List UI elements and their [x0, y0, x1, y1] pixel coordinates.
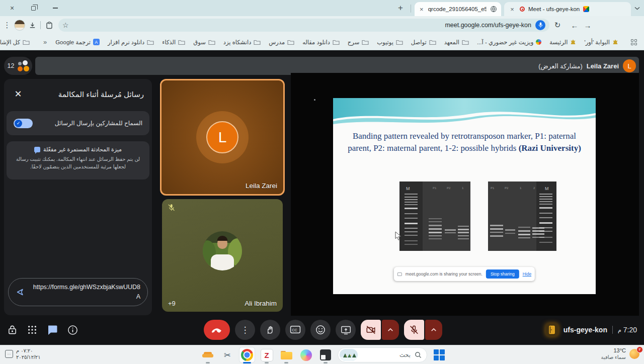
browser-menu-kebab-icon[interactable]: ⋮	[2, 19, 12, 31]
taskbar-app-lounge[interactable]	[200, 347, 215, 362]
bookmark-item[interactable]: سرح	[344, 37, 372, 47]
host-controls-lock-icon[interactable]	[7, 324, 18, 335]
chat-close-button[interactable]: ✕	[12, 88, 24, 100]
mic-control-group	[404, 320, 442, 340]
more-participants-badge: +9	[168, 300, 176, 307]
screen-sharing-bar: meet.google.com is sharing your screen. …	[394, 267, 535, 281]
bookmark-item[interactable]: دانشكاه يزد	[220, 37, 265, 47]
video-tile-ali[interactable]: +9 Ali Ibrahim	[162, 199, 283, 312]
bookmark-item[interactable]: الذكاء	[158, 37, 189, 47]
hide-link[interactable]: Hide	[523, 271, 531, 277]
bookmark-star-icon[interactable]: ☆	[62, 21, 69, 29]
chat-toggle-icon[interactable]	[47, 324, 58, 335]
participants-count-pill[interactable]: 12	[4, 57, 32, 75]
profile-avatar[interactable]	[13, 19, 26, 31]
send-icon[interactable]	[16, 288, 25, 297]
window-restore-button[interactable]	[23, 0, 43, 16]
tab-meet-active[interactable]: × Meet - ufs-geye-kon	[504, 2, 631, 16]
folder-icon	[396, 39, 403, 45]
taskbar-app-snipping-tool[interactable]: ✂	[220, 347, 235, 362]
address-bar[interactable]: ☆ meet.google.com/ufs-geye-kon	[58, 19, 549, 32]
all-bookmarks-button[interactable]: كل الإشارات المرجعية	[0, 37, 33, 47]
present-icon	[341, 325, 351, 335]
bookmark-item[interactable]: البوابة 'أور'	[581, 37, 622, 47]
hangup-button[interactable]	[204, 320, 230, 340]
taskbar-app-dark[interactable]	[318, 347, 333, 362]
tab-label: Meet - ufs-geye-kon	[528, 6, 580, 12]
chat-panel-title: رسائل مُرسلة أثناء المكالمة	[58, 90, 144, 99]
slide-title: Banding pattern revealed by retrotranspo…	[333, 130, 596, 154]
presenter-avatar: L	[623, 59, 636, 72]
bookmark-item[interactable]: دانلود نرم افزار	[104, 37, 157, 47]
sofa-icon	[202, 352, 213, 358]
bookmark-item[interactable]: دانلود مقاله	[299, 37, 343, 47]
taskbar-weather-widget[interactable]: 13°C سماء صافية ٣	[601, 347, 640, 360]
forward-button[interactable]: →	[582, 19, 594, 31]
window-minimize-button[interactable]	[45, 0, 65, 16]
tab-qrcode[interactable]: × qrcode_291056405_e5f5a8bcb	[415, 2, 501, 16]
taskbar-app-file-explorer[interactable]	[279, 347, 294, 362]
svg-text:P2: P2	[505, 187, 509, 190]
mic-off-icon	[167, 203, 176, 212]
tab-close-icon[interactable]: ×	[508, 6, 516, 13]
voice-search-button[interactable]	[535, 20, 545, 30]
raise-hand-button[interactable]	[260, 320, 280, 340]
camera-options-chevron[interactable]	[382, 320, 399, 340]
meet-controls-bar: ⋮ CC	[0, 318, 644, 342]
downloads-button[interactable]	[26, 19, 38, 31]
captions-button[interactable]: CC	[285, 320, 305, 340]
bookmark-item[interactable]: ويزيت غير حضوري - آ...	[473, 37, 545, 47]
bookmark-item[interactable]: يوتيوب	[373, 37, 407, 47]
chat-message-input[interactable]: https://forms.gle/ghWSzxbjaKswUUD8A	[8, 278, 148, 306]
taskbar-start-button[interactable]	[432, 347, 447, 362]
camera-off-button[interactable]	[361, 320, 381, 340]
bookmark-item[interactable]: مدرس	[265, 37, 298, 47]
bookmark-item[interactable]: المعهد	[441, 37, 472, 47]
video-tile-leila[interactable]: L Leila Zarei	[160, 79, 285, 196]
url-text[interactable]: meet.google.com/ufs-geye-kon	[445, 22, 531, 29]
tab-label: qrcode_291056405_e5f5a8bcb	[428, 6, 487, 12]
tab-list-chevron-button[interactable]	[631, 0, 643, 16]
meet-favicon-icon	[583, 6, 589, 12]
tab-separator	[411, 5, 411, 13]
emblem-icon	[570, 39, 576, 45]
input-method-icon[interactable]: ···	[5, 350, 13, 358]
taskbar-app-zotero[interactable]: Z	[259, 347, 274, 362]
tab-close-icon[interactable]: ×	[419, 6, 425, 13]
bookmark-item[interactable]: سوق	[190, 37, 219, 47]
info-icon[interactable]	[67, 325, 78, 335]
mic-off-button[interactable]	[404, 320, 424, 340]
meeting-info-block: ufs-geye-kon م 7:20	[545, 323, 637, 336]
present-screen-button[interactable]	[336, 320, 356, 340]
bookmarks-overflow-chevron[interactable]: «	[39, 38, 51, 46]
reload-button[interactable]: ↻	[551, 19, 564, 31]
folder-icon	[147, 39, 154, 45]
allow-messages-toggle[interactable]: ✓	[14, 119, 33, 128]
taskbar-app-chrome[interactable]	[239, 347, 255, 362]
bookmark-item[interactable]: تواصل	[408, 37, 440, 47]
svg-text:CC: CC	[292, 328, 297, 332]
back-button[interactable]: ←	[569, 19, 581, 31]
taskbar-app-copilot[interactable]	[298, 347, 313, 362]
chevron-up-icon	[387, 328, 393, 332]
taskbar-search-box[interactable]: بحث	[338, 347, 427, 362]
window-close-button[interactable]: ×	[2, 0, 22, 16]
taskbar-clock[interactable]: ··· م ٠٧:٢٠ ٢٠٢٥/١٢/٢١	[5, 347, 41, 360]
avatar-image	[14, 20, 25, 31]
new-tab-button[interactable]: +	[393, 0, 408, 16]
svg-text:M: M	[406, 186, 410, 191]
reactions-button[interactable]	[310, 320, 331, 340]
minimize-icon	[53, 8, 58, 9]
mic-options-chevron[interactable]	[425, 320, 442, 340]
chevron-up-icon	[431, 328, 437, 332]
apps-grid-icon[interactable]	[628, 39, 640, 45]
folder-icon	[462, 39, 469, 45]
bookmark-item[interactable]: الرئيسة	[546, 37, 580, 47]
windows-taskbar: ··· م ٠٧:٢٠ ٢٠٢٥/١٢/٢١ ✂ Z بحث	[0, 345, 644, 364]
more-options-button[interactable]: ⋮	[235, 320, 255, 340]
activities-grid-icon[interactable]	[27, 325, 37, 335]
extension-icon[interactable]	[43, 19, 55, 31]
stop-sharing-button[interactable]: Stop sharing	[486, 269, 519, 279]
svg-text:P1: P1	[433, 187, 437, 190]
bookmark-item-google-translate[interactable]: A ترجمة Google	[52, 37, 103, 47]
